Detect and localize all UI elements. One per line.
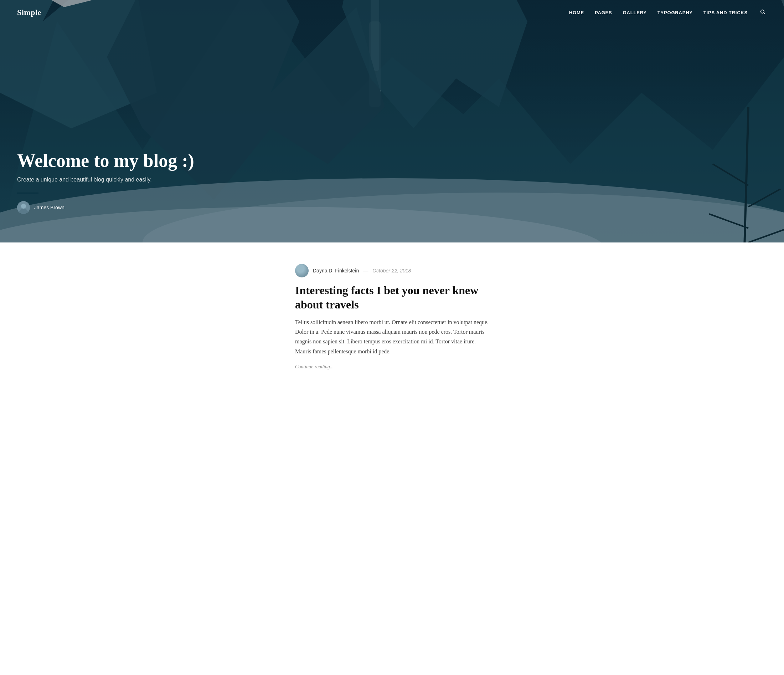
nav-tips[interactable]: TIPS AND TRICKS (703, 10, 748, 16)
avatar (17, 201, 30, 214)
svg-point-42 (21, 204, 26, 209)
svg-line-1 (764, 13, 765, 14)
site-header: Simple HOME PAGES GALLERY TYPOGRAPHY TIP… (0, 0, 784, 25)
post-meta-dash: — (363, 268, 368, 273)
hero-author-name: James Brown (34, 205, 64, 210)
post-meta: Dayna D. Finkelstein — October 22, 2018 (295, 264, 489, 277)
hero-subtitle: Create a unique and beautiful blog quick… (17, 176, 194, 183)
svg-point-0 (761, 10, 764, 13)
hero-divider (17, 193, 39, 193)
post-title: Interesting facts I bet you never knew a… (295, 283, 489, 312)
main-nav: HOME PAGES GALLERY TYPOGRAPHY TIPS AND T… (569, 8, 767, 17)
post-date: October 22, 2018 (372, 268, 411, 273)
hero-section: Welcome to my blog :) Create a unique an… (0, 0, 784, 242)
post-author-name: Dayna D. Finkelstein (313, 268, 359, 273)
nav-typography[interactable]: TYPOGRAPHY (658, 10, 693, 16)
hero-title: Welcome to my blog :) (17, 150, 194, 171)
nav-home[interactable]: HOME (569, 10, 584, 16)
read-more-link[interactable]: Continue reading... (295, 364, 334, 369)
post-list: Dayna D. Finkelstein — October 22, 2018 … (278, 264, 506, 370)
avatar-image (17, 201, 30, 214)
hero-content: Welcome to my blog :) Create a unique an… (17, 150, 194, 214)
post-excerpt: Tellus sollicitudin aenean libero morbi … (295, 317, 489, 356)
site-logo[interactable]: Simple (17, 8, 41, 17)
main-content: Dayna D. Finkelstein — October 22, 2018 … (0, 242, 784, 420)
avatar-image (295, 264, 309, 277)
nav-pages[interactable]: PAGES (595, 10, 612, 16)
nav-gallery[interactable]: GALLERY (623, 10, 647, 16)
search-icon[interactable] (758, 8, 767, 17)
post-item: Dayna D. Finkelstein — October 22, 2018 … (295, 264, 489, 370)
avatar (295, 264, 309, 277)
hero-author: James Brown (17, 201, 194, 214)
